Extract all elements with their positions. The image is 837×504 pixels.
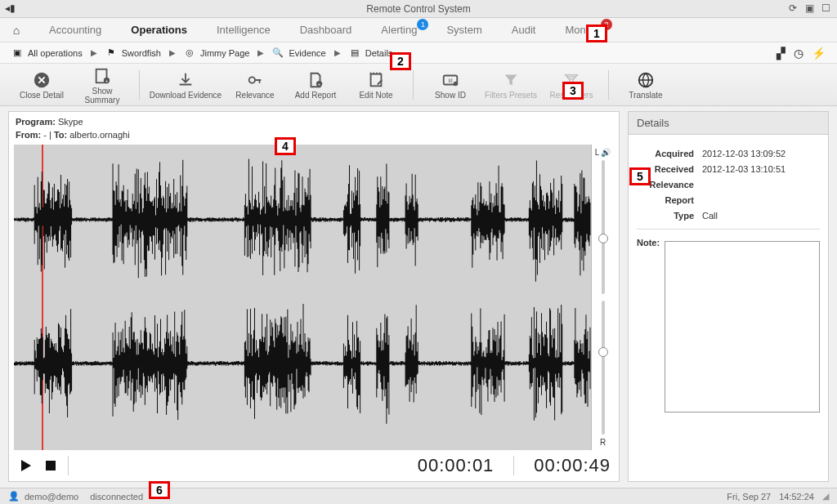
- user-icon: 👤: [8, 491, 20, 502]
- resize-grip-icon[interactable]: ◢: [822, 491, 829, 502]
- target-icon: ◎: [184, 47, 195, 59]
- waveform-left-channel: [14, 148, 591, 292]
- download-evidence-button[interactable]: Download Evidence: [148, 69, 223, 100]
- crumb-all-operations[interactable]: ▣ All operations: [11, 47, 83, 59]
- titlebar: ◂▮ Remote Control System ⟳ ▣ ☐: [0, 0, 837, 18]
- show-summary-button[interactable]: + Show Summary: [74, 65, 131, 105]
- crumb-swordfish[interactable]: ⚑ Swordfish: [105, 47, 161, 59]
- add-report-button[interactable]: + Add Report: [287, 69, 344, 100]
- window-title: Remote Control System: [366, 3, 470, 15]
- breadcrumb-sep: ▶: [257, 48, 264, 57]
- to-value: alberto.ornaghi: [69, 130, 129, 140]
- stop-button[interactable]: [42, 457, 60, 475]
- add-doc-icon: +: [307, 69, 325, 91]
- play-button[interactable]: [17, 457, 35, 475]
- tool-icon-1[interactable]: ▞: [777, 47, 786, 60]
- alerting-badge: 1: [417, 19, 428, 30]
- nav-dashboard[interactable]: Dashboard: [285, 24, 367, 36]
- search-icon: 🔍: [272, 47, 284, 59]
- filters-presets-button: Filters Presets: [482, 69, 539, 100]
- home-icon[interactable]: ⌂: [8, 24, 25, 37]
- nav-accounting[interactable]: Accounting: [34, 24, 116, 36]
- report-key: Report: [637, 195, 702, 205]
- from-key: From:: [16, 130, 41, 140]
- type-value: Call: [702, 211, 820, 221]
- clock-icon[interactable]: ◷: [794, 47, 803, 60]
- crumb-jimmy-page[interactable]: ◎ Jimmy Page: [184, 47, 250, 59]
- channel-sliders: L 🔊 R: [591, 145, 614, 450]
- callout-1: 1: [586, 25, 607, 42]
- total-time: 00:00:49: [534, 455, 611, 476]
- status-time: 14:52:24: [779, 492, 814, 502]
- note-textarea[interactable]: [665, 241, 820, 413]
- nav-system[interactable]: System: [432, 24, 496, 36]
- popout-icon[interactable]: ▣: [803, 2, 816, 15]
- details-header: Details: [628, 111, 829, 135]
- waveform-tracks: [14, 145, 591, 450]
- channel-l-label: L: [595, 148, 600, 157]
- crumb-label: Evidence: [289, 48, 325, 58]
- crumb-label: Swordfish: [122, 48, 161, 58]
- globe-icon: [637, 69, 655, 91]
- time-separator: [513, 456, 514, 475]
- edit-note-button[interactable]: Edit Note: [347, 69, 405, 100]
- svg-text:+: +: [105, 78, 108, 83]
- flag-icon: ⚑: [105, 47, 117, 59]
- callout-3: 3: [562, 82, 584, 100]
- svg-rect-13: [46, 461, 56, 471]
- callout-2: 2: [390, 52, 411, 70]
- acquired-value: 2012-12-03 13:09:52: [702, 149, 820, 158]
- svg-point-10: [454, 82, 459, 87]
- main-panel: Program: Skype From: - | To: alberto.orn…: [8, 111, 620, 482]
- svg-marker-12: [21, 460, 31, 471]
- notepad-icon: [367, 69, 385, 91]
- status-user: demo@demo: [25, 492, 78, 502]
- status-connection: disconnected: [90, 492, 143, 502]
- crumb-evidence[interactable]: 🔍 Evidence: [272, 47, 325, 59]
- nav-alerting[interactable]: Alerting 1: [366, 24, 432, 36]
- nav-operations[interactable]: Operations: [116, 24, 202, 36]
- translate-button[interactable]: Translate: [617, 69, 674, 100]
- doc-icon: ▤: [349, 47, 360, 59]
- svg-point-4: [249, 77, 255, 83]
- nav-alerting-label: Alerting: [381, 24, 417, 36]
- controls-separator: [68, 456, 69, 475]
- program-value: Skype: [58, 117, 83, 127]
- details-body: Acquired2012-12-03 13:09:52 Received2012…: [628, 135, 829, 482]
- svg-text:+: +: [318, 82, 320, 87]
- bolt-icon[interactable]: ⚡: [812, 47, 826, 60]
- status-date: Fri, Sep 27: [727, 492, 771, 502]
- received-value: 2012-12-03 13:10:51: [702, 164, 820, 174]
- report-value: [702, 195, 820, 205]
- crumb-label: Jimmy Page: [200, 48, 250, 58]
- show-id-button[interactable]: id Show ID: [422, 69, 479, 100]
- callout-4: 4: [275, 137, 296, 155]
- meta-info: Program: Skype From: - | To: alberto.orn…: [9, 112, 619, 145]
- main-nav: ⌂ Accounting Operations Intelligence Das…: [0, 18, 837, 42]
- maximize-icon[interactable]: ☐: [819, 2, 832, 15]
- svg-text:id: id: [449, 78, 453, 83]
- close-circle-icon: [33, 69, 51, 91]
- waveform-right-channel: [14, 292, 591, 435]
- speaker-icon[interactable]: 🔊: [601, 148, 611, 157]
- crumb-details[interactable]: ▤ Details: [349, 47, 393, 59]
- statusbar: 👤 demo@demo disconnected Fri, Sep 27 14:…: [0, 488, 837, 504]
- nav-intelligence[interactable]: Intelligence: [202, 24, 285, 36]
- elapsed-time: 00:00:01: [418, 455, 495, 476]
- crumb-label: All operations: [28, 48, 83, 58]
- refresh-icon[interactable]: ⟳: [786, 2, 799, 15]
- program-key: Program:: [16, 117, 56, 127]
- nav-audit[interactable]: Audit: [497, 24, 551, 36]
- crumb-label: Details: [365, 48, 393, 58]
- details-separator: [637, 229, 820, 230]
- right-volume-slider[interactable]: [602, 301, 605, 435]
- close-detail-button[interactable]: Close Detail: [13, 69, 70, 100]
- waveform-area[interactable]: L 🔊 R: [14, 145, 614, 450]
- app-icon: ◂▮: [5, 2, 16, 14]
- left-volume-slider[interactable]: [602, 160, 605, 294]
- toolbar: Close Detail + Show Summary Download Evi…: [0, 64, 837, 106]
- relevance-button[interactable]: Relevance: [226, 69, 284, 100]
- grid-icon: ▣: [11, 47, 23, 59]
- callout-6: 6: [149, 481, 170, 499]
- breadcrumb-sep: ▶: [334, 48, 341, 57]
